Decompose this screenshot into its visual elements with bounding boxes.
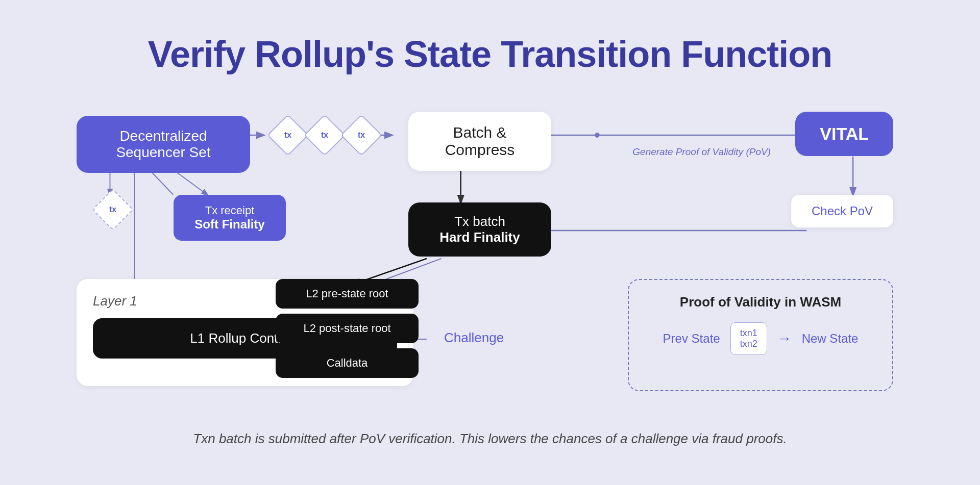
tx-group: tx tx tx bbox=[273, 120, 376, 150]
prev-state: Prev State bbox=[663, 331, 720, 346]
txn1-label: txn1 bbox=[740, 328, 757, 339]
sequencer-node: Decentralized Sequencer Set bbox=[77, 116, 250, 173]
diagram: Decentralized Sequencer Set tx tx tx Bat… bbox=[61, 100, 919, 417]
txn2-label: txn2 bbox=[740, 339, 757, 349]
tx-diamond-3: tx bbox=[340, 114, 382, 156]
page-container: Verify Rollup's State Transition Functio… bbox=[41, 18, 939, 467]
pov-box: Proof of Validity in WASM Prev State txn… bbox=[628, 279, 893, 391]
l2-pre-node: L2 pre-state root bbox=[276, 279, 419, 309]
pov-arrow: → bbox=[777, 330, 792, 347]
tx-diamond-1: tx bbox=[267, 114, 309, 156]
tx-receipt-node: Tx receipt Soft Finality bbox=[174, 195, 286, 241]
new-state: New State bbox=[802, 331, 859, 346]
batch-node: Batch & Compress bbox=[408, 112, 551, 171]
calldata-node: Calldata bbox=[276, 348, 419, 378]
pov-content: Prev State txn1 txn2 → New State bbox=[647, 322, 874, 355]
bottom-note: Txn batch is submitted after PoV verific… bbox=[61, 431, 919, 447]
vital-node: VITAL bbox=[795, 112, 893, 156]
pov-title: Proof of Validity in WASM bbox=[647, 294, 874, 310]
tx-single-node: tx bbox=[98, 195, 128, 224]
challenge-node: Challenge bbox=[444, 330, 504, 346]
svg-point-3 bbox=[595, 133, 600, 138]
txn-box: txn1 txn2 bbox=[730, 322, 767, 355]
tx-diamond-2: tx bbox=[304, 114, 346, 156]
l2-boxes: L2 pre-state root L2 post-state root Cal… bbox=[276, 279, 419, 378]
l2-post-node: L2 post-state root bbox=[276, 314, 419, 343]
proof-label: Generate Proof of Validity (PoV) bbox=[632, 146, 771, 158]
check-pov-node: Check PoV bbox=[791, 195, 893, 227]
tx-batch-node: Tx batch Hard Finality bbox=[408, 202, 551, 257]
page-title: Verify Rollup's State Transition Functio… bbox=[61, 33, 919, 75]
